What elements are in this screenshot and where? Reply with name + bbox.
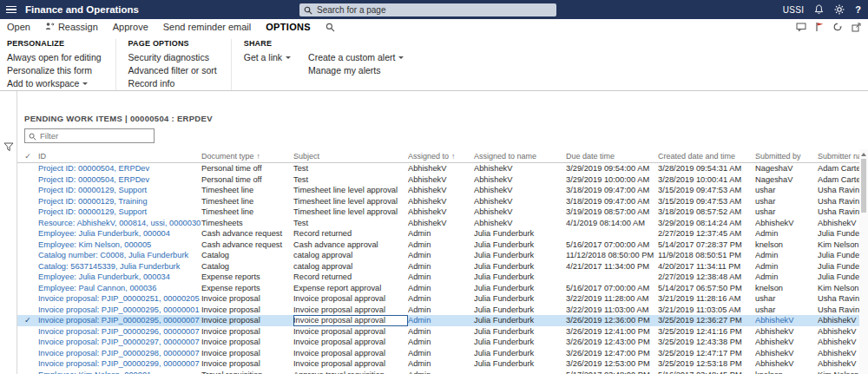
refresh-icon[interactable] [832,22,843,32]
table-row[interactable]: Invoice proposal: PJIP_00000296, 0000000… [17,326,868,338]
filter-input[interactable] [40,131,155,141]
column-header-subject[interactable]: Subject [293,149,408,162]
row-checkbox[interactable] [17,185,38,196]
reassign-button[interactable]: Reassign [45,22,98,32]
column-header-submitted_by[interactable]: Submitted by [755,149,818,162]
flag-icon[interactable] [815,22,824,32]
row-checkbox[interactable] [17,337,38,348]
scroll-up-arrow-icon[interactable] [861,153,866,156]
row-checkbox[interactable] [17,163,38,174]
table-row[interactable]: Project ID: 00000504, ERPDevPersonal tim… [17,163,868,174]
settings-gear-icon[interactable] [834,4,845,15]
cell-id[interactable]: Invoice proposal: PJIP_00000298, 0000000… [38,348,201,359]
approve-button[interactable]: Approve [113,22,148,32]
table-row[interactable]: Invoice proposal: PJIP_00000251, 0000020… [17,293,868,305]
table-row[interactable]: Invoice proposal: PJIP_00000298, 0000000… [17,348,868,359]
row-checkbox[interactable] [17,348,38,359]
get-a-link-button[interactable]: Get a link [244,51,291,64]
cell-id[interactable]: Catalog: 5637145339, Julia Funderburk [38,261,201,272]
table-row[interactable]: Employee: Kim Nelson, 000001Travel requi… [17,370,868,374]
always-open-for-editing-button[interactable]: Always open for editing [7,51,102,64]
table-row[interactable]: Employee: Julia Funderburk, 000004Cash a… [17,228,868,239]
help-icon[interactable]: ? [855,4,861,15]
table-row[interactable]: Project ID: 00000504, ERPDevPersonal tim… [17,174,868,186]
cell-id[interactable]: Project ID: 00000129, Support [38,185,201,196]
row-checkbox[interactable] [17,358,38,370]
table-row[interactable]: Invoice proposal: PJIP_00000295, 0000000… [17,305,868,316]
filter-funnel-icon[interactable] [3,140,14,155]
table-row[interactable]: Employee: Kim Nelson, 000005Cash advance… [17,239,868,251]
advanced-filter-or-sort-button[interactable]: Advanced filter or sort [128,64,217,77]
table-row[interactable]: Catalog: 5637145339, Julia FunderburkCat… [17,261,868,272]
cell-id[interactable]: Employee: Kim Nelson, 000001 [38,370,201,374]
cell-id[interactable]: Employee: Kim Nelson, 000005 [38,239,201,251]
row-checkbox[interactable] [17,174,38,186]
row-checkbox[interactable] [17,272,38,283]
company-selector[interactable]: USSI [783,5,805,15]
hamburger-menu-icon[interactable] [0,0,23,19]
record-info-button[interactable]: Record info [128,77,217,90]
tab-options[interactable]: OPTIONS [266,22,311,32]
open-button[interactable]: Open [7,22,30,32]
scrollbar-thumb[interactable] [861,159,866,213]
row-checkbox[interactable] [17,283,38,294]
column-header-assigned_to[interactable]: Assigned to↑ [408,149,474,162]
cell-id[interactable]: Resource: AbhishekV, 000814, ussi, 00000… [38,218,201,229]
table-row[interactable]: Invoice proposal: PJIP_00000299, 0000000… [17,358,868,370]
table-row[interactable]: Project ID: 00000129, SupportTimesheet l… [17,185,868,196]
popout-icon[interactable] [852,23,861,32]
table-row[interactable]: Employee: Julia Funderburk, 000034Expens… [17,272,868,283]
table-row[interactable]: Catalog number: C0008, Julia FunderburkC… [17,250,868,261]
cell-id[interactable]: Employee: Paul Cannon, 000036 [38,283,201,294]
cell-id[interactable]: Invoice proposal: PJIP_00000295, 0000000… [38,305,201,316]
table-row[interactable]: Project ID: 00000129, TrainingTimesheet … [17,196,868,207]
row-checkbox[interactable] [17,261,38,272]
column-header-doc_type[interactable]: Document type↑ [201,149,293,162]
column-header-id[interactable]: ID [38,149,201,162]
create-a-custom-alert-button[interactable]: Create a custom alert [308,51,404,64]
column-header-check[interactable]: ✓ [17,149,38,162]
cell-id[interactable]: Invoice proposal: PJIP_00000251, 0000020… [38,293,201,305]
row-checkbox[interactable] [17,370,38,374]
global-search[interactable] [299,3,556,16]
cell-id[interactable]: Project ID: 00000504, ERPDev [38,174,201,186]
row-checkbox[interactable] [17,228,38,239]
add-to-workspace-button[interactable]: Add to workspace [7,77,102,90]
column-header-created[interactable]: Created date and time [658,149,755,162]
cell-id[interactable]: Invoice proposal: PJIP_00000297, 0000000… [38,337,201,348]
cell-id[interactable]: Invoice proposal: PJIP_00000296, 0000000… [38,326,201,338]
column-header-assigned_name[interactable]: Assigned to name [474,149,566,162]
cell-id[interactable]: Catalog number: C0008, Julia Funderburk [38,250,201,261]
table-row[interactable]: Invoice proposal: PJIP_00000297, 0000000… [17,337,868,348]
search-input[interactable] [317,5,552,15]
row-checkbox[interactable] [17,326,38,338]
table-row[interactable]: Project ID: 00000129, SupportTimesheet l… [17,207,868,218]
table-row[interactable]: ✓Invoice proposal: PJIP_00000295, 000000… [17,315,868,326]
row-checkbox[interactable] [17,196,38,207]
row-checkbox[interactable] [17,207,38,218]
quick-filter[interactable] [24,128,155,143]
vertical-scrollbar[interactable] [859,149,868,374]
row-checkbox[interactable] [17,250,38,261]
cell-id[interactable]: Employee: Julia Funderburk, 000004 [38,228,201,239]
row-checkbox[interactable]: ✓ [17,315,38,326]
cell-id[interactable]: Project ID: 00000129, Training [38,196,201,207]
row-checkbox[interactable] [17,218,38,229]
security-diagnostics-button[interactable]: Security diagnostics [128,51,217,64]
cell-id[interactable]: Project ID: 00000504, ERPDev [38,163,201,174]
bell-icon[interactable] [814,4,824,15]
row-checkbox[interactable] [17,293,38,305]
row-checkbox[interactable] [17,305,38,316]
table-row[interactable]: Employee: Paul Cannon, 000036Expense rep… [17,283,868,294]
personalize-this-form-button[interactable]: Personalize this form [7,64,102,77]
send-reminder-email-button[interactable]: Send reminder email [163,22,252,32]
table-row[interactable]: Resource: AbhishekV, 000814, ussi, 00000… [17,218,868,229]
column-header-due[interactable]: Due date time [566,149,658,162]
cell-id[interactable]: Employee: Julia Funderburk, 000034 [38,272,201,283]
row-checkbox[interactable] [17,239,38,251]
action-pane-search-icon[interactable] [326,23,335,32]
feedback-icon[interactable] [796,23,806,32]
cell-id[interactable]: Project ID: 00000129, Support [38,207,201,218]
cell-id[interactable]: Invoice proposal: PJIP_00000295, 0000000… [38,315,201,326]
cell-id[interactable]: Invoice proposal: PJIP_00000299, 0000000… [38,358,201,370]
